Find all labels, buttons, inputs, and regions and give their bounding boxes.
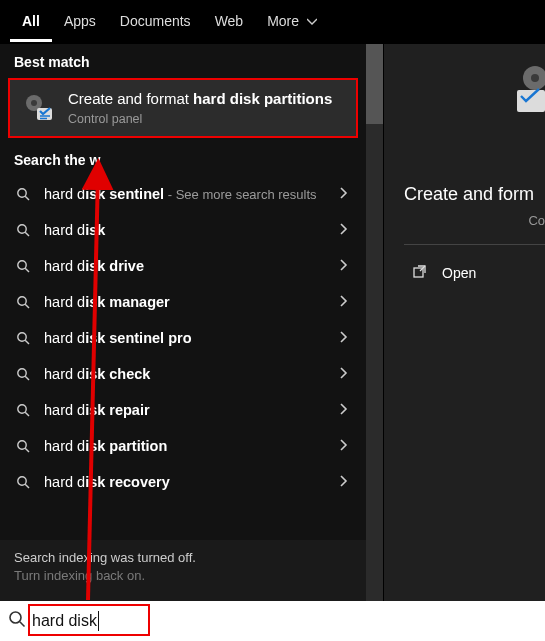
search-query: hard disk xyxy=(32,612,97,630)
chevron-right-icon xyxy=(336,185,352,203)
svg-line-8 xyxy=(25,232,29,236)
svg-point-9 xyxy=(18,261,26,269)
best-match-result[interactable]: Create and format hard disk partitions C… xyxy=(8,78,358,138)
chevron-right-icon xyxy=(336,257,352,275)
web-result[interactable]: hard disk drive xyxy=(0,248,366,284)
svg-point-19 xyxy=(18,441,26,449)
search-web-label: Search the w xyxy=(0,138,366,176)
svg-line-22 xyxy=(25,484,29,488)
preview-subtitle: Co xyxy=(404,213,545,228)
web-result-text: hard disk manager xyxy=(44,293,324,311)
results-scrollbar[interactable] xyxy=(366,44,383,601)
svg-line-10 xyxy=(25,268,29,272)
best-match-title: Create and format hard disk partitions xyxy=(68,90,332,108)
chevron-right-icon xyxy=(336,401,352,419)
svg-point-28 xyxy=(10,612,21,623)
open-label: Open xyxy=(442,265,476,281)
web-result-text: hard disk repair xyxy=(44,401,324,419)
web-result-text: hard disk sentinel - See more search res… xyxy=(44,185,324,204)
best-match-subtitle: Control panel xyxy=(68,112,332,126)
web-result[interactable]: hard disk repair xyxy=(0,392,366,428)
svg-line-6 xyxy=(25,196,29,200)
web-result-text: hard disk drive xyxy=(44,257,324,275)
search-icon xyxy=(14,439,32,453)
search-bar[interactable]: hard disk xyxy=(0,601,545,641)
svg-line-12 xyxy=(25,304,29,308)
control-panel-icon xyxy=(22,91,56,125)
web-result-text: hard disk recovery xyxy=(44,473,324,491)
web-result[interactable]: hard disk check xyxy=(0,356,366,392)
chevron-right-icon xyxy=(336,329,352,347)
web-result-text: hard disk sentinel pro xyxy=(44,329,324,347)
chevron-right-icon xyxy=(336,221,352,239)
web-result[interactable]: hard disk sentinel - See more search res… xyxy=(0,176,366,212)
web-result-text: hard disk check xyxy=(44,365,324,383)
search-icon xyxy=(14,331,32,345)
search-icon xyxy=(8,610,26,632)
indexing-turn-on-link[interactable]: Turn indexing back on. xyxy=(14,568,352,583)
chevron-right-icon xyxy=(336,365,352,383)
tab-web[interactable]: Web xyxy=(203,3,256,42)
web-result[interactable]: hard disk recovery xyxy=(0,464,366,500)
indexing-line1: Search indexing was turned off. xyxy=(14,550,352,565)
svg-line-16 xyxy=(25,376,29,380)
chevron-right-icon xyxy=(336,293,352,311)
search-icon xyxy=(14,475,32,489)
chevron-right-icon xyxy=(336,437,352,455)
web-result[interactable]: hard disk sentinel pro xyxy=(0,320,366,356)
svg-line-18 xyxy=(25,412,29,416)
results-panel: Best match Create and format hard disk p… xyxy=(0,44,366,601)
web-result[interactable]: hard disk partition xyxy=(0,428,366,464)
tab-all[interactable]: All xyxy=(10,3,52,42)
open-icon xyxy=(412,263,428,282)
chevron-right-icon xyxy=(336,473,352,491)
tab-more[interactable]: More xyxy=(255,3,329,42)
svg-point-17 xyxy=(18,405,26,413)
preview-panel: Create and form Co Open xyxy=(383,44,545,601)
svg-point-15 xyxy=(18,369,26,377)
web-result-text: hard disk partition xyxy=(44,437,324,455)
web-result-text: hard disk xyxy=(44,221,324,239)
tab-documents[interactable]: Documents xyxy=(108,3,203,42)
web-result[interactable]: hard disk xyxy=(0,212,366,248)
control-panel-large-icon xyxy=(515,64,545,118)
search-icon xyxy=(14,367,32,381)
search-icon xyxy=(14,403,32,417)
svg-line-20 xyxy=(25,448,29,452)
svg-point-1 xyxy=(31,100,37,106)
svg-point-13 xyxy=(18,333,26,341)
search-icon xyxy=(14,187,32,201)
svg-point-11 xyxy=(18,297,26,305)
best-match-label: Best match xyxy=(0,44,366,78)
web-result-list: hard disk sentinel - See more search res… xyxy=(0,176,366,540)
svg-point-7 xyxy=(18,225,26,233)
search-icon xyxy=(14,259,32,273)
text-caret xyxy=(98,611,99,631)
svg-rect-25 xyxy=(517,90,545,112)
open-action[interactable]: Open xyxy=(404,245,545,292)
svg-point-5 xyxy=(18,189,26,197)
svg-point-24 xyxy=(531,74,539,82)
indexing-notice: Search indexing was turned off. Turn ind… xyxy=(0,540,366,601)
chevron-down-icon xyxy=(307,13,317,29)
web-result[interactable]: hard disk manager xyxy=(0,284,366,320)
svg-line-29 xyxy=(20,622,25,627)
svg-line-14 xyxy=(25,340,29,344)
search-filter-tabs: All Apps Documents Web More xyxy=(0,0,545,44)
svg-point-21 xyxy=(18,477,26,485)
preview-title: Create and form xyxy=(404,184,545,205)
search-icon xyxy=(14,295,32,309)
search-icon xyxy=(14,223,32,237)
tab-apps[interactable]: Apps xyxy=(52,3,108,42)
